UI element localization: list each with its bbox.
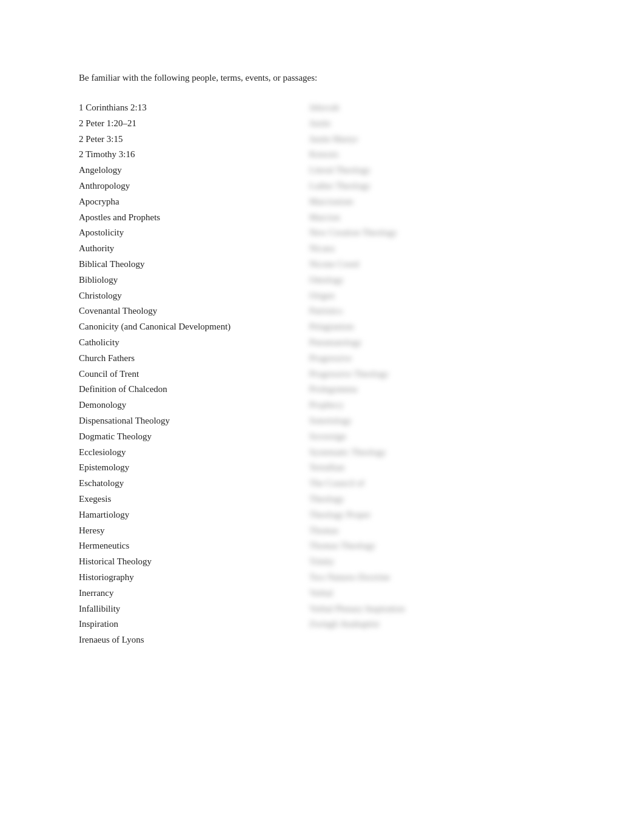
right-list-item: Verbal Plenary Inspiration <box>309 601 540 617</box>
right-list-item: Patristics <box>309 303 540 319</box>
left-list-item: Ecclesiology <box>79 445 309 461</box>
column-right: JehovahJustinJustin MartyrKenosisLiteral… <box>309 100 540 632</box>
left-list-item: Epistemology <box>79 460 309 476</box>
right-list-item: Progressive Theology <box>309 367 540 382</box>
left-list-item: 2 Peter 1:20–21 <box>79 116 309 132</box>
right-list-item: Jehovah <box>309 100 540 116</box>
right-list-item: Progressive <box>309 351 540 367</box>
left-list-item: Historiography <box>79 570 309 586</box>
left-list-item: Canonicity (and Canonical Development) <box>79 319 309 335</box>
column-left: 1 Corinthians 2:132 Peter 1:20–212 Peter… <box>79 100 309 648</box>
left-list-item: Angelology <box>79 163 309 178</box>
left-list-item: Authority <box>79 241 309 257</box>
left-list-item: Inerrancy <box>79 586 309 601</box>
left-list-item: Exegesis <box>79 492 309 507</box>
left-list-item: Hermeneutics <box>79 538 309 554</box>
right-list-item: Sovereign <box>309 429 540 445</box>
left-list-item: Apostles and Prophets <box>79 210 309 226</box>
right-list-item: Zwingli Anabaptist <box>309 617 540 632</box>
right-list-item: Marcion <box>309 210 540 226</box>
intro-text: Be familiar with the following people, t… <box>79 73 565 83</box>
right-list-item: Theology Proper <box>309 507 540 523</box>
left-list-item: Christology <box>79 288 309 304</box>
left-list-item: Historical Theology <box>79 554 309 570</box>
left-list-item: Heresy <box>79 523 309 539</box>
left-list-item: Dispensational Theology <box>79 413 309 429</box>
right-list-item: Prophecy <box>309 397 540 413</box>
right-list-item: Pelagianism <box>309 319 540 335</box>
right-list-item: Systematic Theology <box>309 445 540 461</box>
left-list-item: Biblical Theology <box>79 257 309 272</box>
left-list-item: Church Fathers <box>79 351 309 367</box>
left-list-item: Anthropology <box>79 178 309 194</box>
right-list-item: Marcionism <box>309 194 540 210</box>
left-list-item: Irenaeus of Lyons <box>79 632 309 648</box>
right-list-item: Trinity <box>309 554 540 570</box>
left-list-item: Demonology <box>79 397 309 413</box>
left-list-item: Infallibility <box>79 601 309 617</box>
right-list-item: Thomas Theology <box>309 538 540 554</box>
left-list-item: Covenantal Theology <box>79 303 309 319</box>
right-list-item: Two Natures Doctrine <box>309 570 540 586</box>
left-list-item: Eschatology <box>79 476 309 492</box>
columns-wrapper: 1 Corinthians 2:132 Peter 1:20–212 Peter… <box>79 100 565 648</box>
left-list-item: Bibliology <box>79 272 309 288</box>
right-list-item: New Creation Theology <box>309 225 540 241</box>
left-list-item: Hamartiology <box>79 507 309 523</box>
left-list-item: Catholicity <box>79 335 309 351</box>
right-list-item: Thomas <box>309 523 540 539</box>
right-list-item: Justin <box>309 116 540 132</box>
left-list-item: 2 Peter 3:15 <box>79 132 309 147</box>
right-list-item: Ontology <box>309 272 540 288</box>
right-list-item: Kenosis <box>309 147 540 163</box>
right-list-item: Soteriology <box>309 413 540 429</box>
right-list-item: Verbal <box>309 586 540 601</box>
right-list-item: Luther Theology <box>309 178 540 194</box>
right-list-item: Prolegomena <box>309 382 540 397</box>
left-list-item: Definition of Chalcedon <box>79 382 309 397</box>
right-list-item: Origen <box>309 288 540 304</box>
left-list-item: 1 Corinthians 2:13 <box>79 100 309 116</box>
left-list-item: Council of Trent <box>79 367 309 382</box>
left-list-item: Inspiration <box>79 617 309 632</box>
left-list-item: Apocrypha <box>79 194 309 210</box>
left-list-item: Apostolicity <box>79 225 309 241</box>
right-list-item: Nicaea <box>309 241 540 257</box>
left-list-item: 2 Timothy 3:16 <box>79 147 309 163</box>
right-list-item: Theology <box>309 492 540 507</box>
right-list-item: The Council of <box>309 476 540 492</box>
right-list-item: Justin Martyr <box>309 132 540 147</box>
right-list-item: Pneumatology <box>309 335 540 351</box>
right-list-item: Nicene Creed <box>309 257 540 272</box>
left-list-item: Dogmatic Theology <box>79 429 309 445</box>
right-list-item: Tertullian <box>309 460 540 476</box>
right-list-item: Literal Theology <box>309 163 540 178</box>
